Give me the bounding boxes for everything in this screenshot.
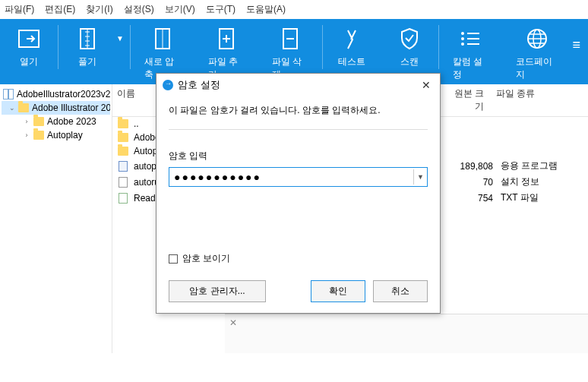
archive-icon [147,24,178,54]
menu-edit[interactable]: 편집(E) [45,3,75,16]
checkbox-icon [169,254,178,264]
toolbar-extract-dropdown[interactable]: ▼ [116,24,130,43]
toolbar-open[interactable]: 열기 [0,24,58,68]
test-icon [337,24,367,54]
toolbar-extract-label: 풀기 [78,55,96,68]
open-icon [14,24,44,54]
menu-view[interactable]: 보기(V) [165,3,195,16]
filesize: 70 [447,177,493,188]
col-size[interactable]: 원본 크기 [443,84,488,116]
menu-settings[interactable]: 설정(S) [124,3,154,16]
dialog-buttons: 암호 관리자... 확인 취소 [169,280,428,302]
dialog-titlebar: 암호 설정 ✕ [156,74,440,96]
toolbar-overflow[interactable]: ≡ [573,24,589,53]
shield-icon [394,24,425,54]
menu-tools[interactable]: 도구(T) [206,3,236,16]
folder-icon [117,147,129,156]
filesize: 189,808 [447,161,493,172]
tree-root[interactable]: AdobeIllustrator2023v2 [2,87,110,101]
toolbar-codepage-label: 코드페이지 [516,55,558,81]
svg-point-5 [461,32,464,35]
dialog-icon [163,80,173,90]
chevron-down-icon: ⌄ [9,104,15,112]
folder-icon [117,119,129,128]
delete-file-icon [275,24,305,54]
toolbar-scan-label: 스캔 [400,55,419,68]
file-icon [117,177,129,188]
toolbar-scan[interactable]: 스캔 [381,24,438,68]
toolbar-test[interactable]: 테스트 [323,24,381,68]
svg-point-7 [461,43,464,46]
chevron-right-icon: › [23,118,30,125]
dialog-close-button[interactable]: ✕ [419,79,434,91]
chevron-down-icon[interactable]: ▼ [413,169,427,185]
cancel-button[interactable]: 취소 [373,280,428,302]
filetype: 응용 프로그램 [493,159,583,172]
archive-icon [3,89,14,99]
menu-find[interactable]: 찾기(I) [86,3,112,16]
menu-bar: 파일(F) 편집(E) 찾기(I) 설정(S) 보기(V) 도구(T) 도움말(… [0,0,588,19]
close-icon[interactable]: ✕ [229,317,237,328]
menu-help[interactable]: 도움말(A) [246,3,286,16]
password-input-wrap: ▼ [169,167,428,187]
svg-point-6 [461,37,464,40]
dialog-title: 암호 설정 [178,78,220,92]
password-label: 암호 입력 [169,150,428,163]
password-dialog: 암호 설정 ✕ 이 파일은 암호가 걸려 있습니다. 암호를 입력하세요. 암호… [156,73,441,314]
toolbar-open-label: 열기 [20,55,38,68]
ok-button[interactable]: 확인 [311,280,365,302]
filetype: TXT 파일 [493,191,583,204]
show-password-checkbox[interactable]: 암호 보이기 [169,252,428,265]
extract-icon [72,24,103,54]
globe-icon [522,24,552,54]
list-icon [455,24,485,54]
tree-folder-label: Adobe Illustrator 2023 [32,103,110,113]
toolbar-columns[interactable]: 칼럼 설정 [439,24,503,81]
tree-root-label: AdobeIllustrator2023v2 [17,89,110,99]
txt-icon [117,193,129,204]
password-input[interactable] [169,168,413,186]
exe-icon [117,161,129,172]
folder-icon [117,133,129,142]
tree-folder-selected[interactable]: ⌄ Adobe Illustrator 2023 [2,101,110,115]
tree-subfolder-label: Adobe 2023 [47,116,96,127]
chevron-right-icon: › [23,131,30,139]
tree-subfolder-label: Autoplay [47,130,83,140]
tree-subfolder[interactable]: › Autoplay [2,128,110,142]
menu-file[interactable]: 파일(F) [5,3,34,16]
password-manager-button[interactable]: 암호 관리자... [169,280,266,302]
folder-icon [33,117,44,126]
folder-icon [18,103,29,112]
filetype: 설치 정보 [493,175,583,188]
folder-icon [33,131,44,140]
toolbar-columns-label: 칼럼 설정 [453,55,489,81]
dialog-body: 이 파일은 암호가 걸려 있습니다. 암호를 입력하세요. 암호 입력 ▼ 암호… [156,96,440,313]
status-bar: ✕ [225,314,588,353]
toolbar-test-label: 테스트 [338,55,365,68]
tree-subfolder[interactable]: › Adobe 2023 [2,115,110,128]
folder-tree: AdobeIllustrator2023v2 ⌄ Adobe Illustrat… [0,84,112,353]
filesize: 754 [447,193,493,204]
add-file-icon [211,24,242,54]
toolbar-codepage[interactable]: 코드페이지 [502,24,572,81]
col-type[interactable]: 파일 종류 [488,84,588,116]
divider [169,129,428,130]
show-password-label: 암호 보이기 [182,252,230,265]
dialog-message: 이 파일은 암호가 걸려 있습니다. 암호를 입력하세요. [169,104,428,117]
toolbar-extract[interactable]: 풀기 [58,24,116,68]
